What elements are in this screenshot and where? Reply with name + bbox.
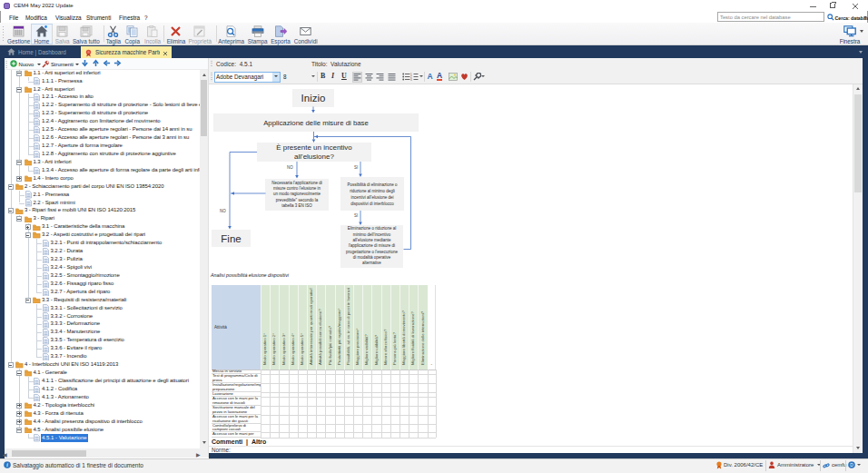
svg-text:NO: NO: [220, 209, 226, 213]
svg-text:NO: NO: [287, 165, 293, 170]
svg-text:3: 3: [410, 78, 412, 81]
svg-text:D: D: [850, 462, 853, 468]
svg-text:SI: SI: [354, 213, 358, 218]
svg-text:SI: SI: [354, 165, 358, 170]
